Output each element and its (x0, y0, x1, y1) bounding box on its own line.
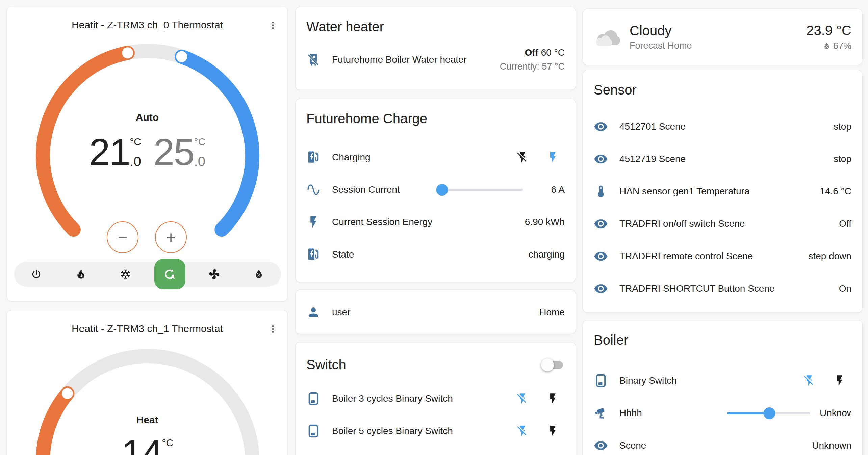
hvac-mode-label: Heat (7, 414, 287, 426)
binary-switch-icon (306, 424, 326, 438)
entity-row-boiler3[interactable]: Boiler 3 cycles Binary Switch (296, 382, 576, 415)
entity-row-scene[interactable]: Scene Unknown (583, 429, 862, 455)
flash-icon (546, 392, 559, 405)
binary-switch-icon (306, 392, 326, 406)
session-current-slider[interactable] (438, 189, 523, 191)
entity-row-charging[interactable]: Charging (296, 141, 576, 173)
current-temperature: 14 °C (121, 436, 173, 455)
water-heater-row[interactable]: Futurehome Boiler Water heater Off 60 °C… (296, 37, 576, 72)
slider-knob[interactable] (436, 184, 448, 196)
entity-row-user[interactable]: user Home (296, 290, 576, 334)
eye-icon (594, 438, 613, 453)
weather-humidity: 67% (806, 41, 851, 51)
flash-icon (306, 215, 326, 229)
temperature-display: 21 °C .0 25 °C .0 (7, 135, 287, 169)
humidity-icon (253, 268, 265, 280)
mode-cool-button[interactable] (110, 262, 141, 287)
dial-heat-handle[interactable] (62, 388, 73, 399)
flash-off-icon (516, 151, 529, 164)
eye-icon (594, 282, 613, 296)
card-title: Switch (306, 357, 346, 372)
weather-condition: Cloudy (630, 23, 692, 38)
entity-row-binary-switch[interactable]: Binary Switch (583, 365, 862, 397)
sensor-card: Sensor 4512701 Scene stop 4512719 Scene … (583, 70, 863, 313)
entity-row-tradfri-onoff[interactable]: TRADFRI on/off switch Scene Off (583, 208, 862, 240)
fan-icon (208, 268, 220, 280)
hvac-mode-bar (14, 262, 281, 287)
target-temperature: 21 °C .0 (89, 135, 141, 169)
card-title: Boiler (583, 320, 862, 350)
switch-card: Switch Boiler 3 cycles Binary Switch Boi… (295, 342, 576, 455)
mode-heat-button[interactable] (65, 262, 96, 287)
entity-row-boiler5[interactable]: Boiler 5 cycles Binary Switch (296, 415, 576, 447)
account-icon (306, 305, 326, 319)
flash-off-icon (516, 392, 529, 405)
temp-decrease-button[interactable]: − (107, 221, 138, 253)
eye-icon (594, 152, 613, 166)
card-title: Sensor (583, 70, 862, 100)
flash-off-icon (516, 425, 529, 437)
temp-increase-button[interactable]: + (155, 221, 187, 253)
hhhh-slider[interactable] (727, 412, 810, 414)
weather-card[interactable]: Cloudy Forecast Home 23.9 °C 67% (583, 9, 863, 65)
power-icon (30, 268, 42, 280)
water-boiler-off-icon (306, 53, 326, 67)
entity-row-state[interactable]: State charging (296, 238, 576, 271)
flash-icon (546, 425, 559, 437)
mode-fan-button[interactable] (199, 262, 230, 287)
state-value: Off (525, 47, 538, 58)
slider-knob[interactable] (764, 407, 775, 419)
dial-cool-handle[interactable] (176, 51, 187, 62)
entity-row-tradfri-shortcut[interactable]: TRADFRI SHORTCUT Button Scene On (583, 272, 862, 305)
dial-heat-handle[interactable] (122, 47, 133, 58)
weather-temperature: 23.9 °C (806, 23, 851, 38)
thermostat-dial[interactable] (7, 6, 288, 249)
ev-station-icon (306, 150, 326, 164)
flash-icon (546, 151, 559, 164)
thermostat-card-ch1: Heatit - Z-TRM3 ch_1 Thermostat Heat 14 … (7, 310, 288, 455)
binary-switch-icon (594, 374, 613, 388)
eye-icon (594, 249, 613, 263)
current-temp: Currently: 57 °C (500, 61, 565, 72)
entity-row-hhhh[interactable]: Hhhh Unknown (583, 397, 862, 429)
entity-row-scene-4512719[interactable]: 4512719 Scene stop (583, 143, 862, 175)
temperature-display: 14 °C (7, 436, 287, 455)
mode-dry-button[interactable] (243, 262, 274, 287)
entity-row-scene-4512701[interactable]: 4512701 Scene stop (583, 110, 862, 143)
water-heater-state: Off 60 °C Currently: 57 °C (500, 47, 565, 72)
eye-icon (594, 119, 613, 134)
ev-station-icon (306, 247, 326, 262)
hvac-mode-label: Auto (7, 112, 287, 123)
thermostat-card-ch0: Heatit - Z-TRM3 ch_0 Thermostat Auto 21 … (7, 6, 288, 301)
futurehome-charge-card: Futurehome Charge Charging Session Curre… (295, 99, 576, 282)
entity-row-han-temperature[interactable]: HAN sensor gen1 Temperatura 14.6 °C (583, 175, 862, 208)
slider-value: Unknown (820, 408, 851, 419)
snowflake-icon (120, 268, 131, 280)
entity-row-session-energy[interactable]: Current Session Energy 6.90 kWh (296, 206, 576, 238)
weather-source: Forecast Home (630, 41, 692, 51)
water-heater-card: Water heater Futurehome Boiler Water hea… (295, 7, 576, 90)
card-title: Water heater (296, 7, 576, 37)
switch-toggle[interactable] (541, 358, 565, 372)
eye-icon (594, 217, 613, 231)
flame-icon (75, 268, 87, 280)
slider-value: 6 A (528, 184, 565, 195)
entity-name: Futurehome Boiler Water heater (332, 54, 500, 65)
card-title: Futurehome Charge (296, 99, 576, 129)
user-card: user Home (295, 290, 576, 334)
entity-row-session-current[interactable]: Session Current 6 A (296, 173, 576, 206)
thermometer-icon (594, 184, 613, 198)
flash-icon (833, 374, 846, 387)
sine-wave-icon (306, 183, 326, 197)
humidity-icon (822, 42, 831, 50)
target-temp: 60 °C (538, 47, 565, 58)
entity-row-tradfri-remote[interactable]: TRADFRI remote control Scene step down (583, 240, 862, 272)
boiler-card: Boiler Binary Switch Hhhh Unknown Scene … (583, 320, 863, 455)
mode-off-button[interactable] (21, 262, 52, 287)
thermostat-auto-icon (164, 268, 176, 280)
current-temperature: 25 °C .0 (153, 135, 205, 169)
cctv-icon (594, 406, 613, 420)
cloudy-icon (594, 26, 622, 48)
flash-off-icon (803, 374, 816, 387)
mode-auto-button[interactable] (154, 259, 185, 289)
